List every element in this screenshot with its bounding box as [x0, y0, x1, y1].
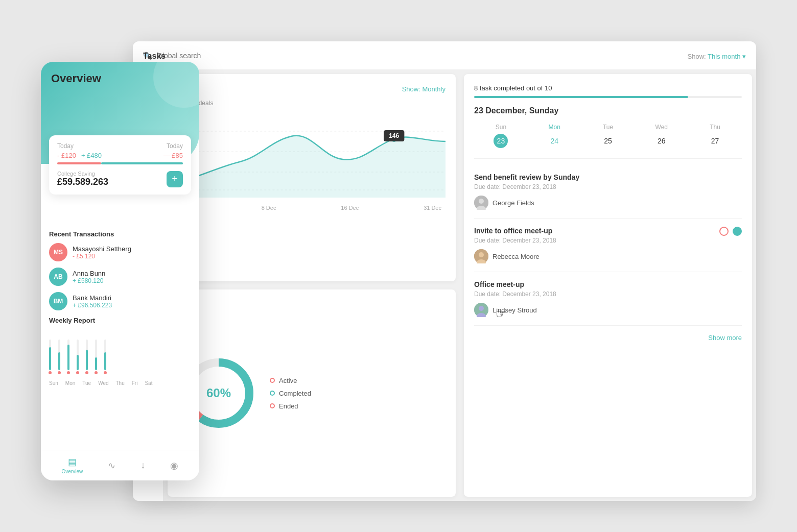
nav-download[interactable]: ↓: [140, 460, 145, 471]
tx-amount-bm: + £96.506.223: [73, 302, 112, 309]
day-thu: Thu 27: [688, 124, 742, 148]
download-icon: ↓: [140, 460, 145, 471]
red-dot-wed: [76, 371, 79, 374]
show-more-button[interactable]: Show more: [474, 326, 742, 342]
progress-red: [57, 162, 101, 164]
profile-icon: ◉: [170, 460, 178, 471]
nav-overview[interactable]: ▤ Overview: [62, 456, 83, 474]
progress-green: [101, 162, 183, 164]
mobile-header-bg: Overview Today - £120 + £480 Today — £85: [41, 62, 199, 164]
x-axis-labels: 1 Dec 8 Dec 16 Dec 31 Dec: [178, 203, 446, 211]
deals-chart: 146: [178, 111, 446, 203]
savings-amount: £59.589.263: [57, 177, 108, 187]
mobile-body: Recent Transactions MS Masayoshi Setther…: [41, 230, 199, 386]
legend-completed: Completed: [270, 390, 311, 397]
day-wed: Wed 26: [635, 124, 688, 148]
calendar-date-header: 23 December, Sunday: [474, 106, 742, 115]
analytics-icon: ∿: [108, 460, 115, 471]
task-1-assignee: George Fields: [474, 196, 742, 210]
savings-label: College Saving: [57, 171, 108, 177]
today-label: Today: [57, 142, 102, 150]
overview-icon: ▤: [68, 456, 77, 468]
transactions-title: Recent Transactions: [49, 230, 191, 238]
progress-bar-wrap: [474, 96, 742, 98]
task-action-empty[interactable]: [719, 227, 729, 236]
mobile-title: Overview: [51, 72, 101, 85]
day-tue: Tue 25: [581, 124, 635, 148]
nav-analytics[interactable]: ∿: [108, 460, 115, 471]
task-3-assignee: Lindsey Stroud: [474, 303, 742, 317]
svg-text:146: 146: [389, 132, 399, 139]
completed-dot: [270, 391, 275, 396]
tasks-panel: Tasks Show: This month ▾: [168, 289, 456, 497]
task-3-avatar: [474, 303, 488, 317]
tx-avatar-ab: AB: [49, 268, 67, 286]
day-sun: Sun 23: [474, 124, 528, 148]
deals-panel-header: Deals Show: Monthly: [178, 84, 446, 93]
panels-area: Deals Show: Monthly Closed deals: [163, 70, 756, 501]
bar-labels: Sun Mon Tue Wed Thu Fri Sat: [49, 373, 191, 386]
nav-profile[interactable]: ◉: [170, 460, 178, 471]
deals-panel: Deals Show: Monthly Closed deals: [168, 74, 456, 281]
weekly-report: Sun Mon Tue Wed Thu Fri Sat: [49, 329, 191, 386]
task-action-done[interactable]: [733, 227, 742, 236]
task-1-avatar: [474, 196, 488, 210]
tx-name-ab: Anna Bunn: [73, 270, 105, 277]
red-dot-fri: [95, 371, 98, 374]
bar-chart: [49, 329, 191, 370]
bar-sun: [49, 340, 51, 370]
task-3-due: Due date: December 23, 2018: [474, 291, 742, 298]
legend-ended: Ended: [270, 402, 311, 410]
divider: [474, 158, 742, 159]
tx-amount-ab: + £580.120: [73, 277, 105, 284]
task-item-1: Send benefit review by Sunday Due date: …: [474, 165, 742, 219]
calendar-panel: 8 task completed out of 10 23 December, …: [464, 74, 752, 497]
transaction-ab: AB Anna Bunn + £580.120: [49, 268, 191, 286]
tasks-title: Tasks: [143, 52, 166, 61]
day-mon: Mon 24: [528, 124, 581, 148]
transaction-bm: BM Bank Mandiri + £96.506.223: [49, 292, 191, 310]
chart-legend: Closed deals: [178, 100, 446, 107]
task-1-name: George Fields: [493, 199, 534, 207]
task-3-name: Lindsey Stroud: [493, 306, 537, 314]
mobile-bottom-nav: ▤ Overview ∿ ↓ ◉: [41, 450, 199, 480]
bar-thu: [86, 340, 88, 370]
bar-tue: [67, 340, 69, 370]
nav-overview-label: Overview: [62, 469, 83, 474]
tx-avatar-bm: BM: [49, 292, 67, 310]
weekly-title: Weekly Report: [49, 317, 191, 324]
deals-filter[interactable]: Show: Monthly: [402, 85, 446, 93]
amount-neg: - £120: [57, 152, 76, 159]
red-dot-mon: [58, 371, 61, 374]
bar-wed: [77, 340, 79, 370]
savings-row: College Saving £59.589.263 +: [57, 171, 183, 187]
amount-pos: + £480: [81, 152, 102, 159]
task-item-3: Office meet-up Due date: December 23, 20…: [474, 272, 742, 326]
bar-fri: [95, 340, 97, 370]
red-dot-tue: [67, 371, 70, 374]
bar-mon: [58, 340, 60, 370]
legend-active: Active: [270, 377, 311, 384]
add-button[interactable]: +: [167, 171, 183, 187]
tx-name-ms: Masayoshi Settherg: [73, 245, 131, 253]
task-1-title: Send benefit review by Sunday: [474, 173, 742, 181]
tasks-filter[interactable]: Show: This month ▾: [688, 53, 746, 60]
tx-avatar-ms: MS: [49, 243, 67, 261]
mobile-app: Overview Today - £120 + £480 Today — £85: [41, 62, 199, 480]
svg-point-14: [479, 199, 484, 204]
transaction-ms: MS Masayoshi Settherg - £5.120: [49, 243, 191, 261]
task-2-name: Rebecca Moore: [493, 253, 540, 260]
mobile-balance-card: Today - £120 + £480 Today — £85: [49, 135, 191, 195]
bar-sat: [104, 340, 106, 370]
calendar-week: Sun 23 Mon 24 Tue 25 Wed: [474, 124, 742, 148]
task-legend: Active Completed Ended: [270, 377, 311, 410]
ended-dot: [270, 403, 275, 408]
task-3-title: Office meet-up: [474, 280, 742, 288]
tx-amount-ms: - £5.120: [73, 253, 131, 260]
task-2-due: Due date: December 23, 2018: [474, 237, 556, 244]
task-2-assignee: Rebecca Moore: [474, 249, 556, 263]
progress-text: 8 task completed out of 10: [474, 84, 552, 92]
red-dot-thu: [85, 371, 88, 374]
mini-progress: [57, 162, 183, 164]
red-dot-sat: [104, 371, 107, 374]
